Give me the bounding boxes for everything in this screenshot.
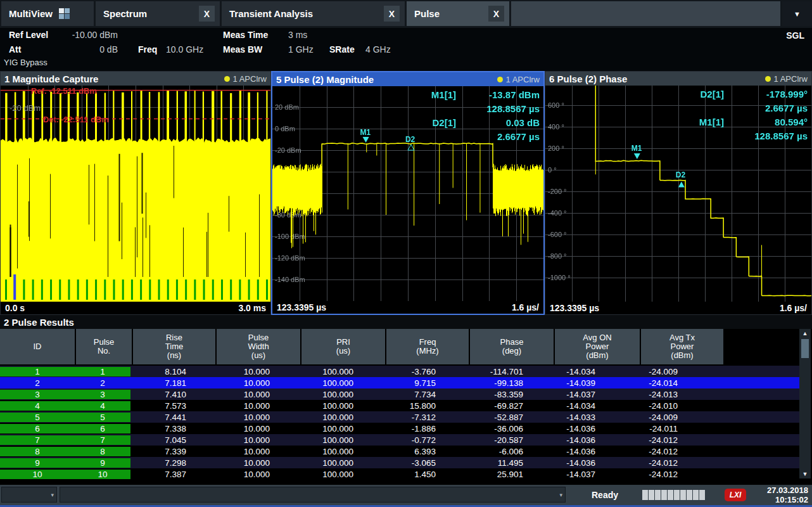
window-pulse-magnitude[interactable]: 5 Pulse (2) Magnitude 1 APClrw M1[1]-13.… [271,71,545,315]
cell: 3 [0,390,75,399]
cell: -3.065 [380,458,462,468]
cell: 10.000 [213,390,296,399]
x-axis-start-label: 0.0 s [5,303,25,313]
cell: -24.009 [631,367,713,376]
srate-value[interactable]: 4 GHz [365,44,391,55]
cell: 10.000 [213,367,296,376]
column-header-avg tx-power-dbm: Avg TxPower(dBm) [641,329,723,364]
tab-transient-analysis[interactable]: Transient AnalysisX [222,1,405,26]
marker-value: 2.6677 µs [733,103,808,113]
close-tab-spectrum-button[interactable]: X [199,6,215,22]
results-rows: 118.10410.000100.000-3.760-114.701-14.03… [0,366,799,480]
cell: -14.036 [546,458,631,468]
close-tab-pulse-button[interactable]: X [488,6,504,22]
meas_bw-value[interactable]: 1 GHz [288,44,314,55]
panel-gap [0,480,812,485]
table-row-pulse-1[interactable]: 118.10410.000100.000-3.760-114.701-14.03… [0,366,799,377]
x-axis-scale-label: 1.6 µs/ [780,303,807,313]
scroll-up-icon[interactable]: ▲ [799,329,811,338]
window-magnitude-capture-header[interactable]: 1 Magnitude Capture 1 APClrw [1,72,270,86]
cell: -114.701 [462,367,546,376]
column-header-pulse-width-us: PulseWidth(us) [217,329,300,364]
cell: -52.887 [462,413,546,422]
ref_level-value[interactable]: -10.00 dBm [48,30,118,40]
magnitude-capture-canvas[interactable] [1,86,270,302]
window-title: 1 Magnitude Capture [4,74,98,84]
pulse-magnitude-plot[interactable]: M1[1]-13.87 dBm128.8567 µsD2[1]0.03 dB2.… [272,86,543,301]
scroll-down-icon[interactable]: ▼ [799,470,811,478]
scrollbar-thumb[interactable] [801,339,809,358]
cell: 7.441 [130,413,213,422]
table-row-pulse-3[interactable]: 337.41010.000100.0007.734-83.359-14.037-… [0,388,799,400]
pulse-results-panel: 2 Pulse Results IDPulseNo.RiseTime(ns)Pu… [0,315,812,480]
cell: 100.000 [296,458,380,468]
marker-value: -178.999° [733,89,808,99]
cell: 10 [75,470,130,479]
marker-value: 0.03 dB [465,117,540,128]
cell: -24.009 [631,413,713,422]
cell: -24.012 [631,458,713,468]
cell: 7.339 [130,447,213,456]
cell: -3.760 [380,367,462,376]
marker-value: 80.594° [733,117,808,127]
window-pulse-phase-header[interactable]: 6 Pulse (2) Phase 1 APClrw [545,72,811,86]
status-dropdown-wide[interactable]: ▾ [60,487,566,503]
cell: 8 [75,447,130,456]
pulse-phase-plot[interactable]: D2[1]-178.999°2.6677 µsM1[1]80.594°128.8… [545,86,811,302]
trace-badge: 1 APClrw [224,74,267,84]
cell: -20.587 [462,435,546,445]
meas_time-label: Meas Time [223,30,268,40]
cell: 8 [0,447,75,456]
table-row-pulse-7[interactable]: 777.04510.000100.000-0.772-20.587-14.036… [0,434,799,446]
x-axis-start-label: 123.3395 µs [277,302,326,312]
column-header-pulse-no.: PulseNo. [76,329,132,364]
yig-bypass-label: YIG Bypass [4,58,48,67]
table-row-pulse-9[interactable]: 997.29810.000100.000-3.06511.495-14.036-… [0,457,799,468]
cell: -7.312 [380,413,462,422]
column-header-freq-mhz: Freq(MHz) [386,329,469,364]
tab-multiview[interactable]: MultiView [1,1,94,26]
tab-label: Spectrum [103,8,147,19]
tab-pulse[interactable]: PulseX [407,1,509,26]
table-row-pulse-4[interactable]: 447.57310.000100.00015.800-69.827-14.034… [0,400,799,411]
tab-overflow-button[interactable]: ▼ [782,1,812,26]
cell: -6.006 [462,447,546,456]
cell: -69.827 [462,401,546,411]
freq-value[interactable]: 10.0 GHz [166,44,203,55]
trace-badge: 1 APClrw [765,74,808,84]
cell: 100.000 [296,435,380,445]
magnitude-capture-plot[interactable] [1,86,270,302]
cell: 2 [0,378,75,388]
table-row-pulse-10[interactable]: 10107.38710.000100.0001.45025.901-14.037… [0,468,799,480]
cell: 5 [0,413,75,422]
table-row-pulse-5[interactable]: 557.44110.000100.000-7.312-52.887-14.033… [0,411,799,423]
meas_time-value[interactable]: 3 ms [288,30,307,40]
cell: 9 [75,458,130,468]
table-scrollbar[interactable]: ▲ ▼ [799,329,811,478]
att-value[interactable]: 0 dB [48,44,118,55]
marker-value: -13.87 dBm [465,89,540,100]
cell: 25.901 [462,470,546,479]
cell: -24.012 [631,447,713,456]
cell: -14.036 [546,424,631,433]
cell: -0.772 [380,435,462,445]
marker-value: 128.8567 µs [465,103,540,114]
status-dropdown-small[interactable]: ▾ [1,487,57,503]
cell: 10.000 [213,424,296,433]
results-header-row: IDPulseNo.RiseTime(ns)PulseWidth(us)PRI(… [0,329,799,364]
cell: 2 [75,378,130,388]
cell: 10.000 [213,470,296,479]
cell: 10.000 [213,435,296,445]
close-tab-transient-analysis-button[interactable]: X [384,6,400,22]
cell: 9.715 [380,378,462,388]
window-pulse-magnitude-header[interactable]: 5 Pulse (2) Magnitude 1 APClrw [272,72,543,86]
cell: 100.000 [296,413,380,422]
table-row-pulse-2[interactable]: 227.18110.000100.0009.715-99.138-14.039-… [0,377,799,388]
window-title: 5 Pulse (2) Magnitude [276,74,374,85]
cell: 100.000 [296,367,380,376]
table-row-pulse-8[interactable]: 887.33910.000100.0006.393-6.006-14.036-2… [0,446,799,457]
table-row-pulse-6[interactable]: 667.33810.000100.000-1.886-36.006-14.036… [0,423,799,434]
window-magnitude-capture[interactable]: 1 Magnitude Capture 1 APClrw 0.0 s 3.0 m… [0,71,271,315]
tab-spectrum[interactable]: SpectrumX [96,1,220,26]
window-pulse-phase[interactable]: 6 Pulse (2) Phase 1 APClrw D2[1]-178.999… [545,71,812,315]
